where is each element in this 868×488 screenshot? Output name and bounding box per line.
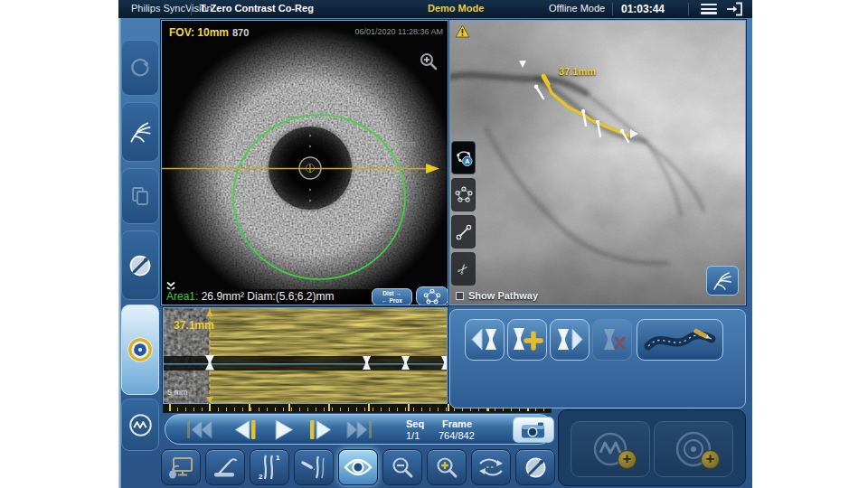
step-forward-button[interactable] [308,418,335,442]
display-config-button[interactable] [161,449,201,485]
ivus-catheter-button[interactable] [515,449,555,485]
frame-number: 870 [232,27,249,38]
delete-bookmark-icon [597,326,627,353]
next-bookmark-icon [554,326,585,353]
sidebar-tab-ivus[interactable] [121,230,159,300]
bookmarks-panel [449,309,746,408]
add-ivus-button[interactable]: + [654,421,733,477]
area-value: 26.9mm² Diam:(5.6;6.2)mm [198,290,334,303]
angio-image [450,21,746,305]
playback-bar: Seq 1/1 Frame 764/842 [165,414,554,445]
pathway-length-label: 37.1mm [559,66,596,77]
angio-image-panel[interactable]: 37.1mm A [449,20,746,305]
prev-bookmark-icon [469,326,500,353]
area-label: Area1: [166,290,198,303]
dist-label: Dist → [373,290,411,297]
sidebar-tab-coreg-view[interactable] [121,305,159,395]
screen: Philips SyncVision T. Zero Contrast Co-R… [0,0,868,488]
next-bookmark-button[interactable] [550,319,590,361]
view-toggle-button[interactable] [338,449,378,485]
vessel-1-2-icon: 1 2 [257,454,282,481]
add-run-panel: + + [558,409,746,486]
ivus-catheter-icon [127,253,153,278]
camera-icon [521,421,546,439]
skip-first-button[interactable] [185,418,214,442]
angio-view-button[interactable] [706,266,739,296]
app-window: Philips SyncVision T. Zero Contrast Co-R… [118,0,752,488]
flow-arrows-icon [477,455,505,479]
magnifier-plus-icon [419,52,439,71]
flow-direction-button[interactable] [471,449,511,485]
delete-bookmark-button[interactable] [592,319,632,361]
exit-button[interactable] [726,2,744,16]
show-pathway-label: Show Pathway [468,290,538,301]
magnifier-minus-icon [391,455,415,480]
measure-line-button[interactable] [451,215,476,249]
clock: 01:03:44 [621,3,665,15]
target-view-icon [127,336,154,363]
documents-icon [129,185,151,207]
top-bar: Philips SyncVision T. Zero Contrast Co-R… [118,0,752,18]
node-pentagon-icon [423,288,441,305]
stent-curve-pencil-icon [643,324,717,355]
angio-tree-icon [712,270,733,292]
ild-longitudinal-panel[interactable]: 37.1mm 5 mm [163,307,448,404]
add-bookmark-icon [511,325,543,354]
eye-icon [344,457,373,477]
demo-mode-badge: Demo Mode [428,3,484,14]
prev-bookmark-button[interactable] [465,319,505,361]
waveform-icon [128,413,153,437]
menu-icon[interactable] [701,4,717,14]
plus-badge-icon: + [618,450,637,469]
magnify-button[interactable] [419,52,439,75]
angio-toolbar: A ✂ [451,141,476,289]
node-pentagon-icon [455,186,473,204]
catheter-injection-button[interactable] [294,449,334,485]
seq-label: Seq [406,418,424,429]
pullback-device-button[interactable] [205,449,245,485]
angio-tree-icon [128,120,153,145]
ild-length-label: 37.1mm [174,319,214,332]
play-button[interactable] [270,418,296,442]
frame-value: 764/842 [439,430,475,441]
add-bookmark-button[interactable] [507,319,547,361]
offline-status: Offline Mode [549,3,605,14]
frame-label: Frame [442,418,472,429]
sidebar-tab-refresh[interactable] [121,40,159,96]
depth-scale-label: 5 mm [167,388,188,397]
svg-text:2: 2 [259,473,263,481]
snapshot-button[interactable] [513,417,554,443]
step-back-button[interactable] [231,418,258,442]
auto-contour-button[interactable]: A [451,141,476,174]
ivus-image-panel[interactable]: FOV: 10mm 870 06/01/2020 11:28:36 AM 1 m… [161,20,448,305]
magnifier-plus-icon [435,455,459,480]
dist-prox-button[interactable]: Dist → ← Prox [372,288,412,305]
coreg-map-button[interactable]: 1 2 [250,449,289,485]
acquisition-timestamp: 06/01/2020 11:28:36 AM [355,27,443,36]
circle-slash-icon [524,455,548,480]
vessel-catheter-icon [300,455,327,480]
cut-button[interactable]: ✂ [451,252,476,286]
add-physiology-button[interactable]: + [571,421,650,477]
scissors-icon: ✂ [454,259,474,278]
prox-label: ← Prox [373,297,411,305]
edit-contour-button[interactable] [416,286,448,305]
refresh-icon [128,56,152,80]
scale-label: 1 mm [395,139,416,148]
case-title: T. Zero Contrast Co-Reg [200,3,314,14]
plus-badge-icon: + [701,450,720,469]
fov-label: FOV: 10mm [167,26,231,39]
sidebar-tab-angio[interactable] [121,102,159,162]
zoom-out-button[interactable] [382,449,422,485]
pullback-icon [212,455,239,480]
skip-last-button[interactable] [344,418,373,442]
monitor-icon [167,455,194,480]
show-pathway-checkbox[interactable] [456,292,464,300]
stent-edit-button[interactable] [637,319,723,361]
sidebar-tab-reports[interactable] [121,168,159,224]
svg-text:A: A [465,157,470,165]
zoom-in-button[interactable] [427,449,467,485]
edit-nodes-button[interactable] [451,178,476,211]
show-pathway-toggle[interactable]: Show Pathway [456,290,538,301]
sidebar-tab-physiology[interactable] [121,399,159,451]
